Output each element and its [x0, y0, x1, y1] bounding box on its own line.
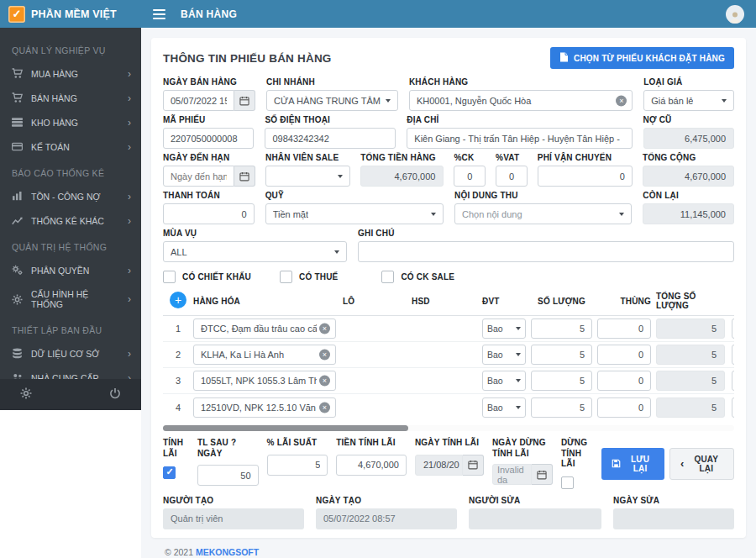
hamburger-menu-icon[interactable] — [153, 9, 165, 19]
carton-input[interactable] — [597, 318, 651, 339]
table-extra-input[interactable] — [732, 318, 734, 339]
sidebar-item-thong-ke-khac[interactable]: THỐNG KÊ KHÁC › — [0, 208, 141, 233]
clear-icon[interactable]: × — [319, 402, 330, 413]
mekongsoft-link[interactable]: MEKONGSOFT — [196, 547, 259, 557]
address-label: ĐỊA CHỈ — [407, 115, 632, 124]
tax-checkbox[interactable] — [280, 271, 292, 283]
sidebar-item-label: PHÂN QUYỀN — [31, 266, 89, 276]
menu-section-quan-tri: QUẢN TRỊ HỆ THỐNG — [0, 233, 141, 258]
unit-select[interactable]: Bao — [482, 345, 526, 365]
unit-select[interactable]: Bao — [482, 318, 526, 339]
app-logo[interactable]: ✓ PHẦN MỀM VIỆT — [0, 0, 141, 28]
interest-rate-input[interactable] — [267, 455, 328, 476]
gear-icon — [12, 294, 24, 305]
payment-input[interactable] — [163, 203, 255, 224]
scrollbar-thumb[interactable] — [163, 425, 408, 431]
col-header-hsd: HSD — [412, 297, 479, 306]
sidebar-item-label: KHO HÀNG — [31, 118, 78, 128]
file-icon — [559, 52, 569, 64]
product-input[interactable] — [193, 318, 336, 339]
save-button[interactable]: LƯU LẠI — [601, 448, 664, 480]
unit-select[interactable]: Bao — [482, 371, 526, 391]
ck-sale-checkbox[interactable] — [381, 271, 394, 283]
line-chart-icon — [12, 215, 24, 226]
sale-date-label: NGÀY BÁN HÀNG — [163, 77, 255, 87]
back-button[interactable]: ‹ QUAY LẠI — [669, 448, 734, 480]
qty-input[interactable] — [531, 318, 592, 339]
add-row-button[interactable]: + — [170, 292, 186, 308]
product-input[interactable] — [193, 397, 336, 418]
branch-label: CHI NHÁNH — [266, 77, 398, 87]
branch-select[interactable]: CỬA HÀNG TRUNG TÂM — [266, 90, 398, 111]
qty-input[interactable] — [531, 397, 592, 418]
calendar-icon[interactable] — [532, 464, 553, 485]
clear-icon[interactable]: × — [319, 376, 330, 387]
sale-staff-select[interactable] — [265, 166, 350, 187]
remaining-label: CÒN LẠI — [643, 191, 734, 200]
chevron-down-icon — [516, 406, 521, 409]
fund-select[interactable]: Tiền mặt — [265, 203, 444, 224]
created-date-value: 05/07/2022 08:57 — [316, 508, 457, 529]
note-input[interactable] — [358, 241, 734, 262]
product-input[interactable] — [193, 371, 336, 391]
clear-icon[interactable]: × — [616, 95, 627, 106]
sale-date-input[interactable] — [163, 90, 234, 111]
sidebar-item-nha-cung-cap[interactable]: NHÀ CUNG CẤP › — [0, 366, 141, 379]
carton-input[interactable] — [597, 345, 651, 365]
qty-input[interactable] — [531, 345, 592, 365]
chevron-down-icon — [334, 250, 339, 254]
table-extra-input[interactable] — [732, 371, 734, 391]
sidebar-item-du-lieu-co-so[interactable]: DỮ LIỆU CƠ SỞ › — [0, 341, 141, 366]
sidebar-item-ban-hang[interactable]: BÁN HÀNG › — [0, 86, 141, 110]
calendar-icon[interactable] — [463, 455, 484, 476]
interest-after-days-input[interactable] — [197, 465, 259, 486]
customer-input[interactable] — [409, 90, 633, 111]
sale-staff-label: NHÂN VIÊN SALE — [265, 153, 350, 162]
interest-amount-input[interactable] — [336, 455, 407, 476]
calc-interest-checkbox[interactable] — [163, 466, 176, 479]
power-icon[interactable] — [109, 387, 121, 403]
sidebar-item-ton-cong-no[interactable]: TỒN - CÔNG NỢ › — [0, 184, 141, 208]
discount-checkbox[interactable] — [163, 271, 176, 283]
calendar-icon[interactable] — [234, 166, 255, 187]
carton-input[interactable] — [597, 397, 651, 418]
qty-input[interactable] — [531, 371, 592, 391]
stop-interest-checkbox[interactable] — [561, 476, 574, 489]
receipt-content-select[interactable]: Chọn nội dung — [454, 203, 632, 224]
sidebar-item-cau-hinh[interactable]: CẤU HÌNH HỆ THỐNG › — [0, 282, 141, 316]
table-extra-input[interactable] — [732, 397, 734, 418]
carton-input[interactable] — [597, 371, 651, 391]
sidebar-item-phan-quyen[interactable]: PHÂN QUYỀN › — [0, 258, 141, 282]
table-extra-input[interactable] — [732, 345, 734, 365]
sidebar-item-ke-toan[interactable]: KẾ TOÁN › — [0, 134, 141, 159]
product-input[interactable] — [193, 345, 336, 365]
due-date-input[interactable] — [163, 166, 234, 187]
address-input[interactable] — [407, 128, 632, 149]
choose-from-customer-order-button[interactable]: CHỌN TỪ PHIẾU KHÁCH ĐẶT HÀNG — [550, 47, 734, 69]
calendar-icon[interactable] — [234, 90, 255, 111]
created-date-label: NGÀY TẠO — [316, 496, 457, 505]
clear-icon[interactable]: × — [319, 350, 330, 361]
creator-label: NGƯỜI TẠO — [163, 496, 304, 505]
page-footer: © 2021 MEKONGSOFT — [151, 538, 746, 558]
table-row: 3 × Bao 5 — [163, 368, 734, 394]
receipt-code-input[interactable] — [163, 128, 254, 149]
sidebar-item-mua-hang[interactable]: MUA HÀNG › — [0, 61, 141, 86]
discount-pct-input[interactable] — [454, 166, 486, 187]
interest-start-date-label: NGÀY TÍNH LÃI — [415, 438, 484, 449]
sidebar-item-kho-hang[interactable]: KHO HÀNG › — [0, 110, 141, 134]
vat-pct-input[interactable] — [496, 166, 528, 187]
shipping-fee-input[interactable] — [538, 166, 633, 187]
shipping-fee-label: PHÍ VẬN CHUYỂN — [538, 153, 633, 162]
cart-icon — [12, 92, 24, 103]
settings-gear-icon[interactable] — [20, 387, 32, 403]
phone-input[interactable] — [265, 128, 396, 149]
clear-icon[interactable]: × — [319, 324, 330, 334]
season-select[interactable]: ALL — [163, 241, 347, 262]
unit-select[interactable]: Bao — [482, 397, 526, 418]
horizontal-scrollbar[interactable] — [163, 425, 734, 431]
row-number: 4 — [163, 403, 193, 413]
user-avatar[interactable] — [726, 5, 744, 24]
main-area: BÁN HÀNG THÔNG TIN PHIẾU BÁN HÀNG CHỌN T… — [141, 0, 756, 558]
price-type-select[interactable]: Giá bán lẻ — [643, 90, 734, 111]
